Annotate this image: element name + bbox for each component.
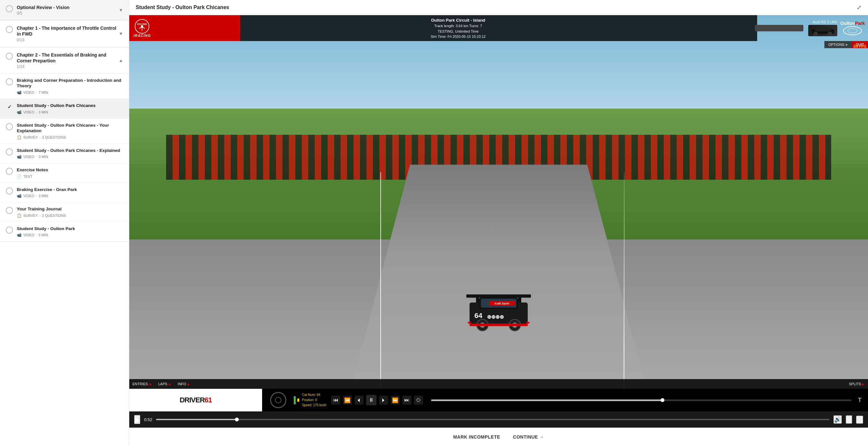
fwd-to-end-btn[interactable]: ⏭ [402, 395, 411, 405]
options-button[interactable]: OPTIONS ▶ [825, 41, 852, 48]
svg-rect-16 [526, 322, 529, 324]
lesson-item-braking-intro[interactable]: Braking and Corner Preparation - Introdu… [0, 74, 129, 99]
lesson-check-exercise-notes [6, 168, 13, 175]
lesson-meta-explained: 📹 VIDEO · 3 MIN [17, 154, 120, 159]
driver61-logo: DRIVER61 [129, 389, 262, 411]
svg-text:⊕⊕⊕⊕: ⊕⊕⊕⊕ [487, 314, 504, 320]
step-fwd-btn[interactable]: ⏵ [379, 395, 388, 405]
video-player-controls: ▶ 0:52 🔊 ⚙ ⛶ [129, 411, 868, 427]
driver61-bar: DRIVER61 Car Num: 64 Position: 0 Speed: … [129, 389, 868, 411]
lesson-meta-explanation: 📋 SURVEY · 3 QUESTIONS [17, 135, 123, 140]
chapter-circle-optional [6, 5, 13, 12]
throttle-brake-bars [294, 396, 299, 404]
lesson-title-student-chicanes: Student Study - Oulton Park Chicanes [17, 103, 96, 109]
lesson-duration-explained: 3 MIN [38, 155, 48, 159]
replay-scrubber[interactable] [431, 399, 851, 401]
survey-icon-explanation: 📋 [17, 135, 22, 140]
lesson-meta-training-journal: 📋 SURVEY · 2 QUESTIONS [17, 213, 66, 218]
lesson-title-explained: Student Study - Oulton Park Chicanes - E… [17, 148, 120, 153]
svg-point-28 [848, 28, 857, 33]
chapter-header-2[interactable]: Chapter 2 - The Essentials of Braking an… [0, 48, 129, 74]
road-line-right [624, 172, 624, 389]
chapter-header-optional[interactable]: Optional Review - Vision 0/5 ▼ [0, 0, 129, 20]
lesson-item-oulton[interactable]: Student Study - Oulton Park 📹 VIDEO · 5 … [0, 222, 129, 242]
continue-button[interactable]: CONTINUE → [513, 434, 544, 440]
svg-point-26 [828, 32, 832, 35]
sidebar: Optional Review - Vision 0/5 ▼ Chapter 1… [0, 0, 129, 446]
lesson-sep-explained: · [36, 155, 37, 159]
lesson-title-explanation: Student Study - Oulton Park Chicanes - Y… [17, 122, 123, 134]
iracing-hud-bottom: ENTRIES ▶ LAPS ▶ INFO ▶ SPLITS ▶ [129, 379, 868, 389]
lesson-type-explanation: SURVEY [23, 136, 38, 139]
lesson-type-braking-intro: VIDEO [23, 90, 34, 94]
lesson-type-student-chicanes: VIDEO [23, 110, 34, 114]
playback-controls: ⏮ ⏪ ⏴ ⏸ ⏵ ⏩ ⏭ ⏲ [331, 395, 423, 405]
lesson-circle-braking-intro [6, 78, 13, 85]
chapter-count-2: 1/14 [17, 64, 119, 69]
seek-bar[interactable] [156, 419, 830, 420]
options-arrow: ▶ [846, 43, 848, 46]
lesson-list-chapter-2: Braking and Corner Preparation - Introdu… [0, 74, 129, 241]
mark-incomplete-button[interactable]: MARK INCOMPLETE [453, 434, 500, 440]
lesson-duration-student-chicanes: 3 MIN [38, 110, 48, 114]
replay-progress-fill [431, 399, 662, 401]
lesson-item-training-journal[interactable]: Your Training Journal 📋 SURVEY · 2 QUEST… [0, 202, 129, 222]
lesson-check-student-chicanes: ✓ [6, 103, 13, 111]
svg-text:iRACING: iRACING [137, 23, 147, 26]
lesson-circle-oulton [6, 227, 13, 234]
lesson-title-training-journal: Your Training Journal [17, 206, 66, 212]
seek-handle[interactable] [235, 418, 239, 421]
extra-ctrl-btn[interactable]: ⏲ [414, 395, 423, 405]
chapter-title-1: Chapter 1 - The Importance of Throttle C… [17, 25, 119, 37]
checkmark-icon-student-chicanes: ✓ [7, 104, 12, 110]
main-content: Student Study - Oulton Park Chicanes ⤢ [129, 0, 868, 446]
replay-scrubber-handle[interactable] [660, 398, 664, 402]
svg-rect-1 [476, 297, 479, 303]
chapter-count-optional: 0/5 [17, 11, 69, 16]
steering-wheel-icon [270, 392, 286, 408]
settings-button[interactable]: ⚙ [846, 415, 852, 424]
sidebar-chapter-2: Chapter 2 - The Essentials of Braking an… [0, 48, 129, 242]
lesson-title-exercise-notes: Exercise Notes [17, 167, 48, 173]
step-back-btn[interactable]: ⏴ [354, 395, 364, 405]
video-icon-student-chicanes: 📹 [17, 110, 22, 114]
lesson-item-explanation[interactable]: Student Study - Oulton Park Chicanes - Y… [0, 119, 129, 144]
hud-progress-bar [755, 25, 803, 31]
lesson-item-student-chicanes[interactable]: ✓ Student Study - Oulton Park Chicanes 📹… [0, 99, 129, 119]
lesson-item-braking-oran[interactable]: Braking Exercise - Oran Park 📹 VIDEO · 3… [0, 183, 129, 203]
lesson-sep-braking-intro: · [36, 90, 37, 94]
chevron-icon-optional: ▼ [119, 7, 123, 12]
road-surface [351, 165, 646, 389]
laps-btn[interactable]: LAPS ▶ [158, 382, 171, 386]
chapter-circle-1 [6, 26, 13, 33]
video-icon-braking-oran: 📹 [17, 194, 22, 198]
lesson-circle-exercise-notes [6, 168, 13, 175]
lesson-item-exercise-notes[interactable]: Exercise Notes 📄 TEXT [0, 163, 129, 183]
entries-btn[interactable]: ENTRIES ▶ [132, 382, 152, 386]
pause-btn[interactable]: ⏸ [366, 395, 376, 405]
rewind-to-start-btn[interactable]: ⏮ [331, 395, 340, 405]
survey-icon-training-journal: 📋 [17, 213, 22, 218]
info-btn[interactable]: INFO ▶ [178, 382, 190, 386]
fullscreen-button[interactable]: ⛶ [856, 416, 863, 424]
lesson-item-explained[interactable]: Student Study - Oulton Park Chicanes - E… [0, 144, 129, 163]
svg-rect-14 [469, 324, 528, 326]
chapter-header-1[interactable]: Chapter 1 - The Importance of Throttle C… [0, 21, 129, 47]
entries-arrow: ▶ [149, 382, 152, 386]
throttle-bar [294, 396, 296, 404]
volume-button[interactable]: 🔊 [833, 415, 842, 424]
iracing-text: iRACING [133, 34, 151, 37]
video-icon-oulton: 📹 [17, 233, 22, 237]
lesson-duration-explanation: 3 QUESTIONS [42, 136, 66, 139]
play-button[interactable]: ▶ [134, 415, 140, 424]
lesson-sep-explanation: · [39, 136, 40, 139]
lesson-duration-braking-intro: 7 MIN [38, 90, 48, 94]
rewind-btn[interactable]: ⏪ [343, 395, 352, 405]
svg-text:64: 64 [474, 311, 483, 320]
lesson-type-training-journal: SURVEY [23, 214, 38, 217]
fast-fwd-btn[interactable]: ⏩ [391, 395, 400, 405]
expand-button[interactable]: ⤢ [857, 4, 862, 11]
splits-btn[interactable]: SPLITS ▶ [849, 382, 865, 386]
oulton-park-logo: OultonPark [840, 21, 865, 35]
lesson-sep-braking-oran: · [36, 194, 37, 198]
